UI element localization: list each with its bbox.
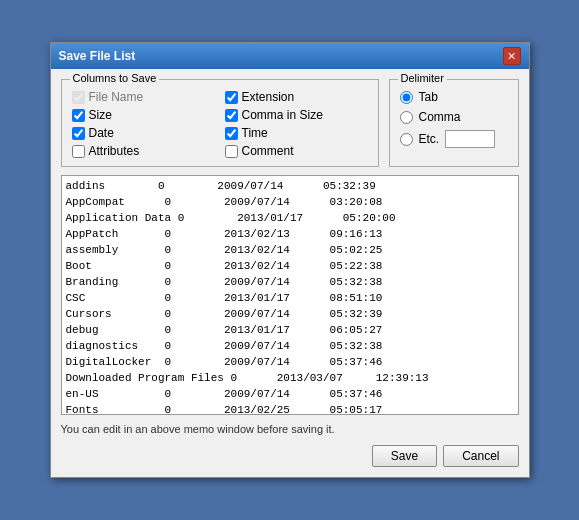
checkbox-comment: Comment bbox=[225, 144, 368, 158]
top-section: Columns to Save File Name Extension Size bbox=[61, 79, 519, 167]
file-row: Fonts 0 2013/02/25 05:05:17 bbox=[66, 402, 514, 415]
attributes-checkbox[interactable] bbox=[72, 145, 85, 158]
time-checkbox[interactable] bbox=[225, 127, 238, 140]
tab-radio[interactable] bbox=[400, 91, 413, 104]
file-row: AppPatch 0 2013/02/13 09:16:13 bbox=[66, 226, 514, 242]
date-checkbox[interactable] bbox=[72, 127, 85, 140]
extension-label: Extension bbox=[242, 90, 295, 104]
file-row: DigitalLocker 0 2009/07/14 05:37:46 bbox=[66, 354, 514, 370]
file-row: addins 0 2009/07/14 05:32:39 bbox=[66, 178, 514, 194]
comment-label: Comment bbox=[242, 144, 294, 158]
checkbox-date: Date bbox=[72, 126, 215, 140]
extension-checkbox[interactable] bbox=[225, 91, 238, 104]
file-name-label: File Name bbox=[89, 90, 144, 104]
checkbox-extension: Extension bbox=[225, 90, 368, 104]
delimiter-group: Delimiter Tab Comma Etc. bbox=[389, 79, 519, 167]
title-bar: Save File List ✕ bbox=[51, 43, 529, 69]
cancel-button[interactable]: Cancel bbox=[443, 445, 518, 467]
comment-checkbox[interactable] bbox=[225, 145, 238, 158]
file-row: Application Data 0 2013/01/17 05:20:00 bbox=[66, 210, 514, 226]
etc-label: Etc. bbox=[419, 132, 440, 146]
file-name-checkbox[interactable] bbox=[72, 91, 85, 104]
file-row: debug 0 2013/01/17 06:05:27 bbox=[66, 322, 514, 338]
attributes-label: Attributes bbox=[89, 144, 140, 158]
checkbox-time: Time bbox=[225, 126, 368, 140]
file-row: Downloaded Program Files 0 2013/03/07 12… bbox=[66, 370, 514, 386]
date-label: Date bbox=[89, 126, 114, 140]
checkbox-size: Size bbox=[72, 108, 215, 122]
time-label: Time bbox=[242, 126, 268, 140]
size-checkbox[interactable] bbox=[72, 109, 85, 122]
etc-input[interactable] bbox=[445, 130, 495, 148]
dialog-body: Columns to Save File Name Extension Size bbox=[51, 69, 529, 477]
radio-comma: Comma bbox=[400, 110, 508, 124]
checkbox-attributes: Attributes bbox=[72, 144, 215, 158]
checkbox-file-name: File Name bbox=[72, 90, 215, 104]
file-row: diagnostics 0 2009/07/14 05:32:38 bbox=[66, 338, 514, 354]
file-row: Boot 0 2013/02/14 05:22:38 bbox=[66, 258, 514, 274]
size-label: Size bbox=[89, 108, 112, 122]
delimiter-group-label: Delimiter bbox=[398, 72, 447, 84]
comma-in-size-checkbox[interactable] bbox=[225, 109, 238, 122]
close-button[interactable]: ✕ bbox=[503, 47, 521, 65]
radio-list: Tab Comma Etc. bbox=[400, 90, 508, 148]
comma-radio[interactable] bbox=[400, 111, 413, 124]
hint-text: You can edit in an above memo window bef… bbox=[61, 421, 519, 437]
checkbox-grid: File Name Extension Size Comma in Size bbox=[72, 90, 368, 158]
save-button[interactable]: Save bbox=[372, 445, 437, 467]
comma-label: Comma bbox=[419, 110, 461, 124]
file-row: en-US 0 2009/07/14 05:37:46 bbox=[66, 386, 514, 402]
file-row: AppCompat 0 2009/07/14 03:20:08 bbox=[66, 194, 514, 210]
radio-tab: Tab bbox=[400, 90, 508, 104]
file-list-area[interactable]: addins 0 2009/07/14 05:32:39 AppCompat 0… bbox=[61, 175, 519, 415]
radio-etc: Etc. bbox=[400, 130, 508, 148]
button-row: Save Cancel bbox=[61, 445, 519, 467]
save-file-list-dialog: Save File List ✕ Columns to Save File Na… bbox=[50, 42, 530, 478]
dialog-title: Save File List bbox=[59, 49, 136, 63]
file-row: assembly 0 2013/02/14 05:02:25 bbox=[66, 242, 514, 258]
file-row: CSC 0 2013/01/17 08:51:10 bbox=[66, 290, 514, 306]
columns-group: Columns to Save File Name Extension Size bbox=[61, 79, 379, 167]
etc-radio[interactable] bbox=[400, 133, 413, 146]
file-row: Branding 0 2009/07/14 05:32:38 bbox=[66, 274, 514, 290]
comma-in-size-label: Comma in Size bbox=[242, 108, 323, 122]
checkbox-comma-in-size: Comma in Size bbox=[225, 108, 368, 122]
columns-group-label: Columns to Save bbox=[70, 72, 160, 84]
tab-label: Tab bbox=[419, 90, 438, 104]
file-row: Cursors 0 2009/07/14 05:32:39 bbox=[66, 306, 514, 322]
